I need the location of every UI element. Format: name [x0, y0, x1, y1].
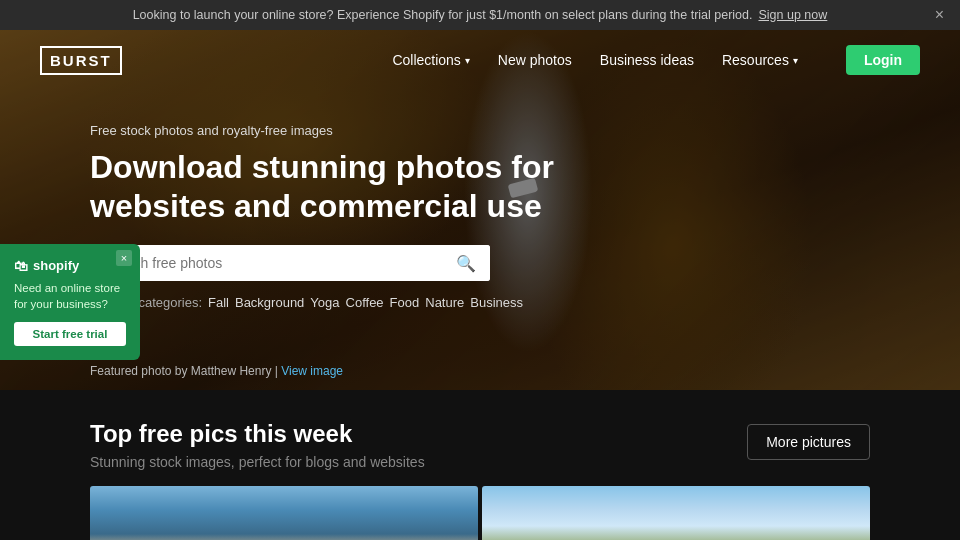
nav-links: Collections ▾ New photos Business ideas … [392, 45, 920, 75]
nav-resources[interactable]: Resources ▾ [722, 52, 798, 68]
shopify-bag-icon: 🛍 [14, 258, 28, 274]
category-fall[interactable]: Fall [208, 295, 229, 310]
bottom-section: Top free pics this week Stunning stock i… [0, 390, 960, 540]
search-button[interactable]: 🔍 [442, 245, 490, 281]
credit-text: Featured photo by Matthew Henry | [90, 364, 278, 378]
widget-close-button[interactable]: × [116, 250, 132, 266]
nav-collections[interactable]: Collections ▾ [392, 52, 469, 68]
top-banner: Looking to launch your online store? Exp… [0, 0, 960, 30]
search-bar: 🔍 [90, 245, 490, 281]
navbar: BURST Collections ▾ New photos Business … [0, 30, 960, 90]
category-yoga[interactable]: Yoga [310, 295, 339, 310]
nav-business-ideas[interactable]: Business ideas [600, 52, 694, 68]
view-image-link[interactable]: View image [281, 364, 343, 378]
popular-categories: Popular categories: Fall Background Yoga… [90, 295, 690, 310]
shopify-widget: × 🛍 shopify Need an online store for you… [0, 244, 140, 360]
logo[interactable]: BURST [40, 46, 122, 75]
banner-close[interactable]: × [935, 7, 944, 23]
category-nature[interactable]: Nature [425, 295, 464, 310]
banner-text: Looking to launch your online store? Exp… [133, 8, 753, 22]
more-pictures-button[interactable]: More pictures [747, 424, 870, 460]
search-icon: 🔍 [456, 255, 476, 272]
hero-subtitle: Free stock photos and royalty-free image… [90, 123, 690, 138]
shopify-logo: 🛍 shopify [14, 258, 126, 274]
category-background[interactable]: Background [235, 295, 304, 310]
chevron-down-icon-2: ▾ [793, 55, 798, 66]
widget-text: Need an online store for your business? [14, 280, 126, 312]
photo-grid [90, 486, 870, 540]
hero-content: Free stock photos and royalty-free image… [90, 123, 690, 310]
bottom-description: Stunning stock images, perfect for blogs… [90, 454, 425, 470]
login-button[interactable]: Login [846, 45, 920, 75]
hero-title: Download stunning photos for websites an… [90, 148, 690, 225]
photo-tile-city[interactable] [90, 486, 478, 540]
bottom-title: Top free pics this week [90, 420, 425, 448]
shopify-brand: shopify [33, 258, 79, 273]
nav-new-photos[interactable]: New photos [498, 52, 572, 68]
photo-tile-sky[interactable] [482, 486, 870, 540]
start-trial-button[interactable]: Start free trial [14, 322, 126, 346]
category-coffee[interactable]: Coffee [346, 295, 384, 310]
category-food[interactable]: Food [390, 295, 420, 310]
hero-section: BURST Collections ▾ New photos Business … [0, 30, 960, 390]
hero-credit: Featured photo by Matthew Henry | View i… [90, 364, 343, 378]
banner-cta[interactable]: Sign up now [759, 8, 828, 22]
bottom-header: Top free pics this week Stunning stock i… [90, 420, 870, 470]
chevron-down-icon: ▾ [465, 55, 470, 66]
category-business[interactable]: Business [470, 295, 523, 310]
search-input[interactable] [90, 245, 442, 281]
bottom-text-block: Top free pics this week Stunning stock i… [90, 420, 425, 470]
